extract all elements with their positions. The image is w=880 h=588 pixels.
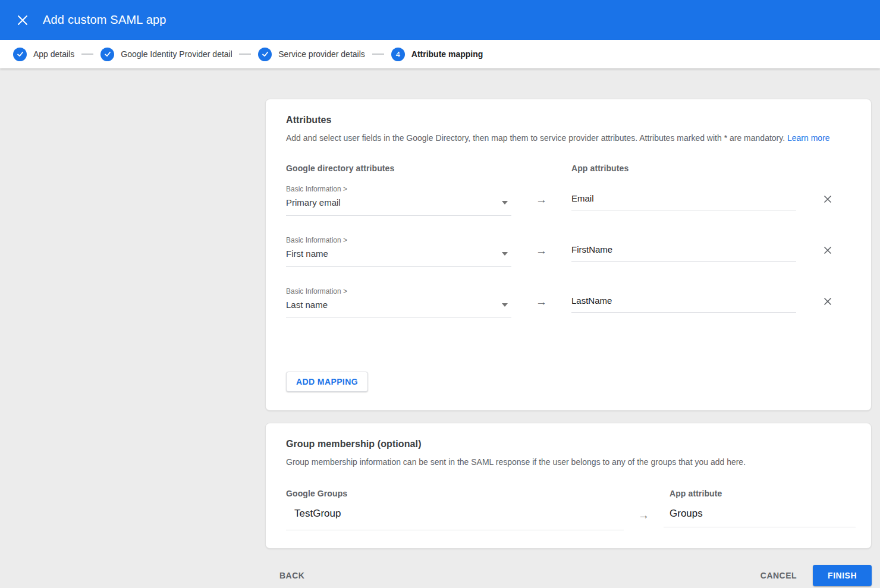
directory-attribute-value: First name [286, 249, 328, 259]
step-attribute-mapping[interactable]: 4 Attribute mapping [391, 48, 483, 61]
mapping-row: Basic Information > Primary email → [286, 185, 851, 216]
remove-mapping-button[interactable] [804, 244, 851, 256]
mapping-row: Basic Information > Last name → [286, 287, 851, 318]
page-title: Add custom SAML app [43, 13, 166, 27]
mapping-column-headers: Google directory attributes App attribut… [286, 163, 851, 173]
learn-more-link[interactable]: Learn more [787, 133, 830, 143]
attributes-card-description: Add and select user fields in the Google… [286, 133, 851, 143]
group-mapping-row: → [286, 502, 851, 530]
directory-attribute-value: Primary email [286, 197, 341, 207]
close-icon [823, 248, 832, 257]
attribute-category-label: Basic Information > [286, 287, 511, 295]
directory-attribute-select[interactable]: Basic Information > Primary email [286, 185, 511, 216]
step-app-details[interactable]: App details [13, 48, 74, 61]
directory-attribute-select[interactable]: Basic Information > Last name [286, 287, 511, 318]
attribute-category-label: Basic Information > [286, 236, 511, 244]
step-connector [372, 54, 384, 55]
google-directory-attributes-header: Google directory attributes [286, 163, 511, 173]
group-column-headers: Google Groups App attribute [286, 489, 851, 498]
remove-mapping-button[interactable] [804, 295, 851, 307]
mapping-arrow-icon: → [511, 236, 571, 257]
step-label: Attribute mapping [411, 49, 483, 59]
mapping-row: Basic Information > First name → [286, 236, 851, 267]
step-google-idp-details[interactable]: Google Identity Provider details [100, 48, 232, 61]
mapping-rows: Basic Information > Primary email → Basi… [286, 185, 851, 318]
mapping-arrow-icon: → [624, 502, 664, 522]
group-app-attribute-input[interactable] [664, 502, 856, 527]
close-icon [823, 299, 832, 308]
close-button[interactable] [12, 10, 33, 31]
step-completed-check-icon [13, 48, 27, 61]
directory-attribute-value: Last name [286, 300, 328, 310]
app-attribute-header: App attribute [664, 489, 872, 498]
close-icon [823, 197, 832, 206]
mapping-arrow-icon: → [511, 287, 571, 309]
dropdown-arrow-icon [502, 201, 508, 205]
dialog-header: Add custom SAML app [0, 0, 880, 40]
step-label: Google Identity Provider details [121, 49, 232, 59]
wizard-stepper: App details Google Identity Provider det… [0, 40, 880, 68]
attributes-card: Attributes Add and select user fields in… [265, 99, 872, 411]
directory-attribute-select[interactable]: Basic Information > First name [286, 236, 511, 267]
finish-button[interactable]: FINISH [813, 565, 872, 586]
attribute-category-label: Basic Information > [286, 185, 511, 193]
group-membership-description: Group membership information can be sent… [286, 457, 851, 467]
close-icon [17, 15, 28, 26]
group-membership-title: Group membership (optional) [286, 439, 851, 449]
app-attribute-input[interactable] [571, 238, 796, 262]
step-connector [81, 54, 93, 55]
mapping-arrow-icon: → [511, 185, 571, 206]
remove-mapping-button[interactable] [804, 193, 851, 205]
footer-actions: BACK CANCEL FINISH [265, 565, 872, 586]
app-attribute-input[interactable] [571, 187, 796, 210]
app-attribute-input[interactable] [571, 290, 796, 313]
step-completed-check-icon [258, 48, 272, 61]
dropdown-arrow-icon [502, 252, 508, 256]
cancel-button[interactable]: CANCEL [758, 566, 799, 585]
step-label: App details [33, 49, 74, 59]
back-button[interactable]: BACK [277, 566, 307, 585]
step-number-badge: 4 [391, 48, 405, 61]
group-membership-card: Group membership (optional) Group member… [265, 423, 872, 549]
app-attributes-header: App attributes [571, 163, 796, 173]
step-completed-check-icon [100, 48, 114, 61]
step-connector [239, 54, 251, 55]
step-label: Service provider details [278, 49, 365, 59]
google-groups-input[interactable] [286, 502, 624, 530]
dropdown-arrow-icon [502, 303, 508, 307]
step-service-provider-details[interactable]: Service provider details [258, 48, 365, 61]
google-groups-header: Google Groups [286, 489, 624, 498]
add-mapping-button[interactable]: ADD MAPPING [286, 372, 368, 392]
attributes-card-title: Attributes [286, 115, 851, 125]
